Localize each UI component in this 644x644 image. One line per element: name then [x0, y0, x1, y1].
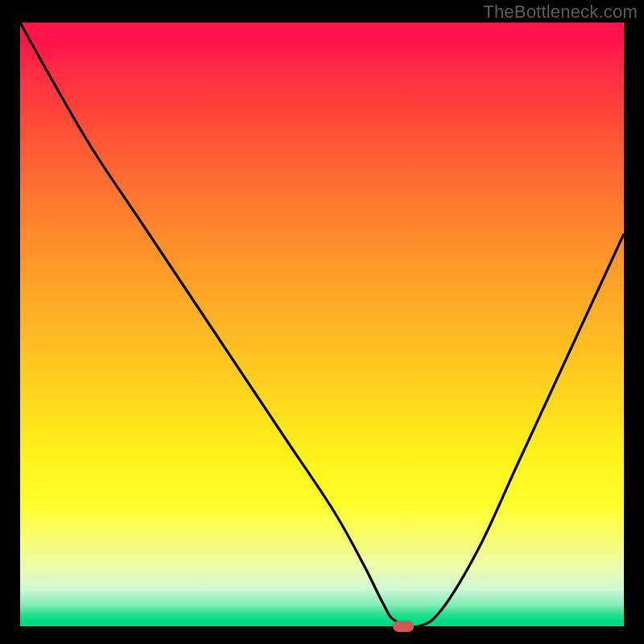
curve-svg — [20, 23, 624, 626]
optimal-marker — [393, 621, 414, 632]
chart-container: TheBottleneck.com — [0, 0, 644, 644]
plot-area — [20, 23, 624, 626]
watermark-text: TheBottleneck.com — [483, 2, 638, 23]
bottleneck-curve-path — [20, 23, 624, 626]
